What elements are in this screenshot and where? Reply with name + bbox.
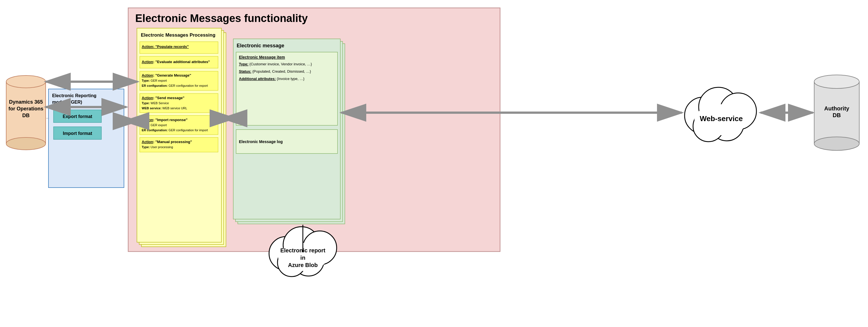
svg-point-60	[269, 237, 303, 270]
svg-text:Type: GER export: Type: GER export	[142, 123, 167, 127]
svg-rect-26	[233, 39, 340, 219]
svg-rect-33	[236, 130, 338, 154]
svg-point-64	[278, 249, 306, 276]
svg-text:Dynamics 365: Dynamics 365	[9, 99, 43, 105]
svg-text:Export format: Export format	[63, 114, 93, 119]
svg-rect-42	[6, 82, 45, 144]
svg-rect-48	[814, 82, 859, 144]
svg-text:DB: DB	[833, 112, 841, 118]
svg-text:Azure Blob: Azure Blob	[288, 262, 318, 268]
svg-rect-38	[54, 110, 101, 123]
svg-text:ER configuration: GER configur: ER configuration: GER configuration for …	[142, 84, 208, 87]
svg-text:Action: "Send message": Action: "Send message"	[142, 96, 185, 100]
svg-text:Electronic message: Electronic message	[237, 43, 284, 48]
main-title: Electronic Messages functionality	[135, 12, 308, 24]
svg-text:Import format: Import format	[63, 131, 92, 136]
svg-point-53	[685, 97, 721, 134]
svg-rect-1	[142, 33, 226, 247]
svg-point-58	[694, 104, 748, 135]
svg-point-44	[6, 137, 45, 150]
svg-text:Action: "Evaluate additional a: Action: "Evaluate additional attributes"	[142, 60, 210, 64]
svg-point-61	[283, 227, 320, 263]
svg-text:DB: DB	[22, 113, 30, 118]
svg-point-50	[814, 137, 859, 151]
svg-rect-25	[236, 41, 343, 222]
svg-text:Action: "Import response": Action: "Import response"	[142, 118, 188, 122]
svg-point-56	[710, 107, 744, 141]
svg-text:Action: "Populate records": Action: "Populate records"	[142, 44, 189, 49]
svg-rect-40	[54, 127, 101, 139]
svg-text:Authority: Authority	[824, 105, 850, 111]
svg-point-43	[6, 75, 45, 88]
svg-point-55	[720, 93, 756, 130]
svg-point-57	[693, 111, 724, 142]
svg-text:Electronic report: Electronic report	[280, 247, 326, 254]
svg-rect-21	[140, 137, 218, 152]
svg-text:Action: "Generate Message": Action: "Generate Message"	[142, 73, 191, 77]
svg-text:module (GER): module (GER)	[52, 100, 82, 104]
svg-text:Status:
       {Populated, Cre: Status: {Populated, Created, Dismissed, …	[239, 69, 311, 73]
svg-text:Electronic Message log: Electronic Message log	[239, 139, 283, 144]
svg-point-49	[814, 75, 859, 89]
svg-point-65	[278, 243, 328, 271]
svg-rect-5	[140, 42, 218, 54]
svg-rect-9	[140, 71, 218, 90]
svg-text:WEB service: WEB service URL: WEB service: WEB service URL	[142, 106, 187, 110]
svg-text:Electronic Reporting: Electronic Reporting	[52, 93, 96, 98]
svg-text:for Operations: for Operations	[8, 106, 43, 111]
svg-text:Type: GER export: Type: GER export	[142, 79, 167, 82]
svg-rect-24	[238, 44, 345, 224]
svg-text:Type: User processing: Type: User processing	[142, 145, 173, 149]
svg-text:Electronic Messages Processing: Electronic Messages Processing	[141, 32, 216, 38]
svg-text:Additional attributes:
       : Additional attributes: {Invoice type, …}	[239, 76, 305, 81]
svg-text:ER configuration: GER configur: ER configuration: GER configuration for …	[142, 128, 208, 132]
svg-text:Type:
       {Customer invoice: Type: {Customer invoice, Vendor invoice,…	[239, 62, 312, 66]
svg-text:Electronic Message item: Electronic Message item	[239, 55, 285, 59]
svg-text:Type: WEB Service: Type: WEB Service	[142, 101, 169, 105]
svg-rect-2	[139, 30, 224, 244]
svg-text:in: in	[300, 255, 305, 261]
svg-rect-3	[137, 28, 221, 242]
svg-text:Web-service: Web-service	[700, 115, 743, 123]
svg-rect-28	[236, 52, 338, 125]
svg-point-54	[699, 87, 738, 127]
svg-text:Action: "Manual processing": Action: "Manual processing"	[142, 140, 192, 144]
svg-rect-7	[140, 56, 218, 68]
svg-point-63	[293, 245, 324, 276]
svg-rect-0	[128, 8, 500, 252]
svg-rect-13	[140, 94, 218, 113]
svg-point-62	[303, 231, 337, 265]
svg-rect-17	[140, 116, 218, 135]
svg-rect-35	[49, 89, 124, 188]
diagram-container: Electronic Messages functionality Electr…	[0, 0, 868, 327]
